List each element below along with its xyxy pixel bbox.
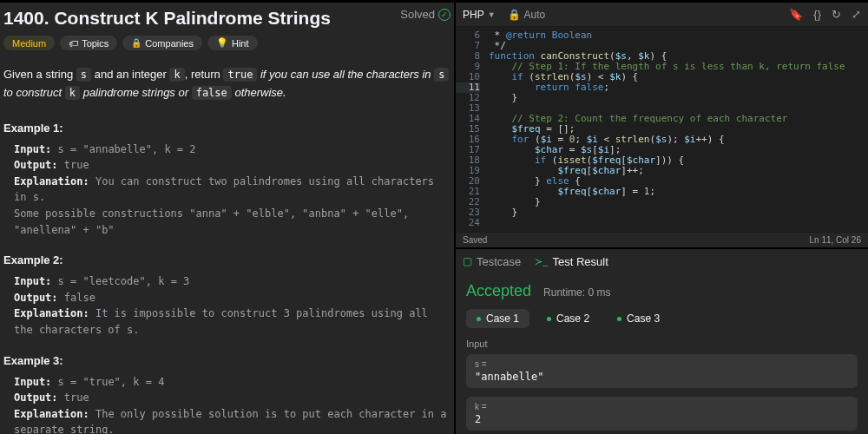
lock-icon: 🔒 [131,38,141,48]
input-variable: k =2 [466,397,858,431]
auto-toggle[interactable]: 🔒Auto [508,9,546,21]
problem-description: Given a string s and an integer k, retur… [3,66,450,102]
status-dot [477,317,481,321]
editor-status-bar: Saved Ln 11, Col 26 [456,232,868,247]
terminal-icon: ≻_ [535,256,548,267]
example: Example 2:Input: s = "leetcode", k = 3 O… [3,253,450,338]
problem-title: 1400. Construct K Palindrome Strings [3,8,331,29]
difficulty-tag[interactable]: Medium [3,36,55,50]
case-tab[interactable]: Case 2 [536,309,600,328]
example: Example 3:Input: s = "true", k = 4 Outpu… [3,354,450,434]
chevron-down-icon: ▼ [488,10,496,19]
language-selector[interactable]: PHP▼ [463,9,496,21]
example: Example 1:Input: s = "annabelle", k = 2 … [3,122,450,239]
test-tabs: ▢Testcase ≻_Test Result [456,247,868,273]
examples-section: Example 1:Input: s = "annabelle", k = 2 … [3,122,450,434]
result-status: Accepted [466,282,531,300]
bulb-icon: 💡 [216,37,228,49]
status-dot [617,317,621,321]
hint-tag[interactable]: 💡Hint [207,36,258,50]
companies-tag[interactable]: 🔒Companies [122,36,202,50]
cases-row: Case 1Case 2Case 3 [466,309,858,328]
results-panel: Accepted Runtime: 0 ms Case 1Case 2Case … [456,273,868,434]
code-body[interactable]: * @return Boolean */function canConstruc… [489,27,845,232]
input-variable: s ="annabelle" [466,354,858,388]
problem-panel: 1400. Construct K Palindrome Strings Sol… [0,3,454,434]
code-editor[interactable]: 6789101112131415161718192021222324 * @re… [456,27,868,232]
code-panel: PHP▼ 🔒Auto 🔖 {} ↻ ⤢ 67891011121314151617… [454,3,868,434]
editor-toolbar: PHP▼ 🔒Auto 🔖 {} ↻ ⤢ [456,3,868,27]
cursor-position: Ln 11, Col 26 [810,235,862,245]
braces-icon[interactable]: {} [813,8,821,21]
status-dot [547,317,551,321]
result-runtime: Runtime: 0 ms [543,286,610,299]
tag-icon: 🏷 [69,38,78,49]
line-gutter: 6789101112131415161718192021222324 [456,27,489,232]
checkbox-icon: ▢ [463,255,472,267]
bookmark-icon[interactable]: 🔖 [789,8,803,21]
reset-icon[interactable]: ↻ [832,8,841,21]
expand-icon[interactable]: ⤢ [852,8,861,21]
testcase-tab[interactable]: ▢Testcase [463,255,521,268]
topics-tag[interactable]: 🏷Topics [60,36,117,50]
lock-icon: 🔒 [508,9,521,21]
solved-badge: Solved✓ [400,8,450,21]
test-result-tab[interactable]: ≻_Test Result [535,255,608,268]
saved-indicator: Saved [463,235,487,245]
case-tab[interactable]: Case 3 [607,309,670,328]
input-heading: Input [466,339,858,349]
check-icon: ✓ [438,9,450,21]
case-tab[interactable]: Case 1 [466,309,529,328]
